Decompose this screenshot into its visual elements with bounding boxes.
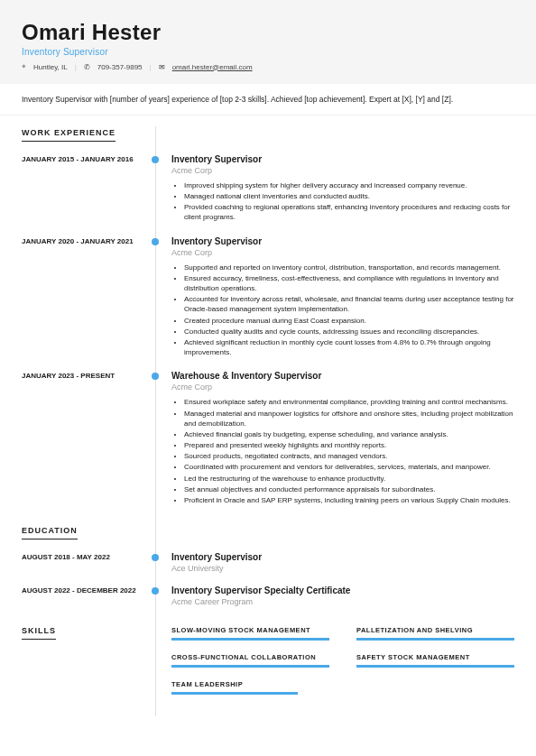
skill-name: PALLETIZATION AND SHELVING [356,626,514,634]
skill-name: CROSS-FUNCTIONAL COLLABORATION [171,653,329,661]
bullet-item: Provided coaching to regional operations… [184,202,514,222]
phone-text: 709-357-9895 [97,63,143,71]
entry-dates: AUGUST 2018 - MAY 2022 [22,552,155,573]
bullet-item: Supported and reported on inventory cont… [184,263,514,272]
skill-item: CROSS-FUNCTIONAL COLLABORATION [171,653,329,668]
entry-body: Inventory SupervisorAcme CorpSupported a… [155,236,514,359]
bullet-item: Managed material and manpower logistics … [184,409,514,429]
skill-item: TEAM LEADERSHIP [171,680,329,695]
skills-list: SLOW-MOVING STOCK MANAGEMENTPALLETIZATIO… [155,626,514,695]
location-icon: ⌖ [22,62,26,71]
skill-item: SAFETY STOCK MANAGEMENT [356,653,514,668]
content-area: WORK EXPERIENCE JANUARY 2015 - JANUARY 2… [0,115,536,716]
resume-header: Omari Hester Inventory Supervisor ⌖ Hunt… [0,0,536,84]
entry-dates: JANUARY 2020 - JANUARY 2021 [22,236,155,359]
skill-item: PALLETIZATION AND SHELVING [356,626,514,641]
entry-row: JANUARY 2020 - JANUARY 2021Inventory Sup… [22,236,514,359]
timeline-dot [152,238,159,245]
bullet-item: Ensured accuracy, timeliness, cost-effec… [184,273,514,293]
separator: | [75,63,77,71]
bullet-item: Managed national client inventories and … [184,191,514,201]
bullet-item: Improved shipping system for higher deli… [184,180,514,190]
entry-body: Inventory Supervisor Specialty Certifica… [155,585,514,606]
contact-row: ⌖ Huntley, IL | ✆ 709-357-9895 | ✉ omari… [22,62,514,71]
bullet-item: Set annual objectives and conducted perf… [184,484,514,494]
separator: | [150,63,152,71]
skill-bar [171,638,329,641]
bullet-item: Prepared and presented weekly highlights… [184,440,514,450]
email-icon: ✉ [159,63,165,71]
email-link[interactable]: omari.hester@email.com [172,63,253,71]
entry-bullets: Improved shipping system for higher deli… [171,180,514,223]
timeline-dot [152,156,159,163]
phone-icon: ✆ [84,63,90,71]
entry-company: Acme Corp [171,383,514,392]
bullet-item: Led the restructuring of the warehouse t… [184,474,514,484]
entry-body: Inventory SupervisorAcme CorpImproved sh… [155,154,514,224]
skill-bar [356,638,514,641]
entry-title: Inventory Supervisor Specialty Certifica… [171,585,514,595]
bullet-item: Achieved financial goals by budgeting, e… [184,429,514,439]
section-header-skills: SKILLS [22,613,56,640]
section-header-work: WORK EXPERIENCE [22,115,116,142]
summary-text: Inventory Supervisor with [number of yea… [0,84,536,115]
bullet-item: Ensured workplace safety and environment… [184,397,514,407]
skill-bar [171,665,329,668]
skill-name: SLOW-MOVING STOCK MANAGEMENT [171,626,329,634]
skill-item: SLOW-MOVING STOCK MANAGEMENT [171,626,329,641]
entry-bullets: Ensured workplace safety and environment… [171,397,514,505]
entry-title: Inventory Supervisor [171,154,514,164]
skill-name: SAFETY STOCK MANAGEMENT [356,653,514,661]
entry-company: Acme Career Program [171,597,514,606]
entry-body: Warehouse & Inventory SupervisorAcme Cor… [155,371,514,506]
bullet-item: Conducted quality audits and cycle count… [184,327,514,337]
skill-name: TEAM LEADERSHIP [171,680,329,688]
entry-row: JANUARY 2015 - JANUARY 2016Inventory Sup… [22,154,514,224]
location-text: Huntley, IL [33,63,68,71]
entry-dates: JANUARY 2015 - JANUARY 2016 [22,154,155,224]
entry-row: AUGUST 2022 - DECEMBER 2022Inventory Sup… [22,585,514,606]
bullet-item: Sourced products, negotiated contracts, … [184,451,514,461]
skill-bar [171,692,298,695]
job-title: Inventory Supervisor [22,47,514,57]
entry-dates: JANUARY 2023 - PRESENT [22,371,155,506]
entry-bullets: Supported and reported on inventory cont… [171,263,514,358]
bullet-item: Proficient in Oracle and SAP ERP systems… [184,495,514,505]
entry-title: Inventory Supervisor [171,236,514,246]
bullet-item: Accounted for inventory across retail, w… [184,294,514,314]
bullet-item: Coordinated with procurement and vendors… [184,462,514,472]
entry-body: Inventory SupervisorAce University [155,552,514,573]
entry-company: Ace University [171,564,514,573]
bullet-item: Achieved significant reduction in monthl… [184,337,514,357]
entry-title: Warehouse & Inventory Supervisor [171,371,514,381]
entry-company: Acme Corp [171,248,514,257]
section-header-education: EDUCATION [22,513,78,539]
entry-row: AUGUST 2018 - MAY 2022Inventory Supervis… [22,552,514,573]
skill-bar [356,665,514,668]
entry-row: JANUARY 2023 - PRESENTWarehouse & Invent… [22,371,514,506]
entry-dates: AUGUST 2022 - DECEMBER 2022 [22,585,155,606]
entry-company: Acme Corp [171,166,514,175]
candidate-name: Omari Hester [22,20,514,45]
entry-title: Inventory Supervisor [171,552,514,562]
bullet-item: Created procedure manual during East Coa… [184,316,514,326]
